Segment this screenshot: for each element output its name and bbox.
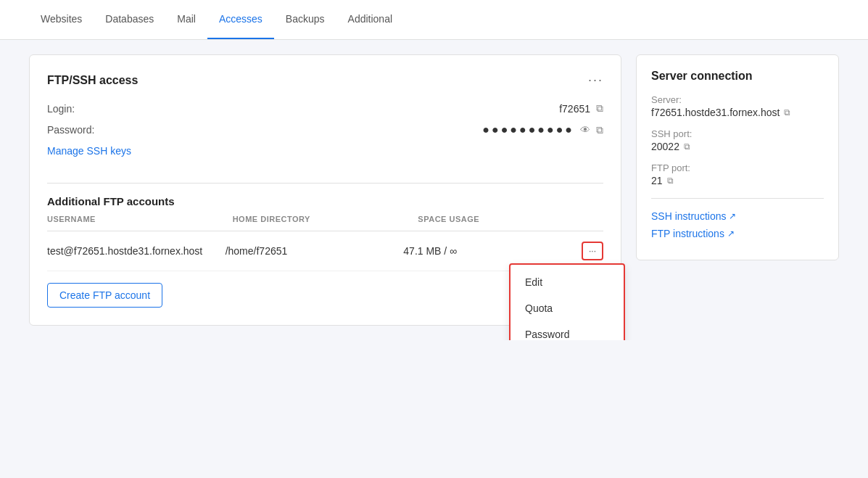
page-content: FTP/SSH access ··· Login: f72651 ⧉ Passw…: [0, 40, 868, 340]
login-value: f72651: [559, 103, 590, 115]
dropdown-edit[interactable]: Edit: [511, 269, 624, 295]
ssh-instructions-link[interactable]: SSH instructions ↗: [651, 210, 824, 222]
row-actions-container: ··· Edit Quota Password Delete: [582, 242, 603, 260]
ssh-instructions-label: SSH instructions: [651, 210, 726, 222]
ssh-port-copy-icon[interactable]: ⧉: [684, 141, 690, 152]
ftp-instructions-link[interactable]: FTP instructions ↗: [651, 228, 824, 239]
ftp-ssh-title: FTP/SSH access: [47, 74, 138, 87]
ssh-port-label: SSH port:: [651, 128, 824, 139]
login-value-container: f72651 ⧉: [559, 102, 603, 115]
manage-ssh-link[interactable]: Manage SSH keys: [47, 145, 131, 157]
ftp-port-value: 21: [651, 175, 663, 186]
side-card: Server connection Server: f72651.hostde3…: [636, 54, 839, 260]
nav-backups[interactable]: Backups: [274, 0, 336, 39]
row-space-usage: 47.1 MB / ∞: [403, 245, 574, 257]
password-row: Password: ●●●●●●●●●● 👁 ⧉: [47, 123, 603, 136]
ssh-port-value-container: 20022 ⧉: [651, 141, 824, 152]
row-actions-button[interactable]: ···: [582, 242, 603, 260]
ftp-port-field: FTP port: 21 ⧉: [651, 162, 824, 186]
nav-websites[interactable]: Websites: [29, 0, 94, 39]
nav-additional[interactable]: Additional: [336, 0, 405, 39]
top-nav: Websites Databases Mail Accesses Backups…: [0, 0, 868, 40]
nav-mail[interactable]: Mail: [165, 0, 207, 39]
table-header: USERNAME HOME DIRECTORY SPACE USAGE: [47, 207, 603, 231]
instructions-section: SSH instructions ↗ FTP instructions ↗: [651, 198, 824, 239]
ftp-port-value-container: 21 ⧉: [651, 175, 824, 186]
main-card: FTP/SSH access ··· Login: f72651 ⧉ Passw…: [29, 54, 621, 326]
additional-ftp-title: Additional FTP accounts: [47, 195, 603, 207]
ssh-external-icon: ↗: [729, 211, 736, 221]
table-row: test@f72651.hostde31.fornex.host /home/f…: [47, 231, 603, 271]
nav-accesses[interactable]: Accesses: [207, 0, 274, 39]
dropdown-quota[interactable]: Quota: [511, 295, 624, 321]
card-header: FTP/SSH access ···: [47, 73, 603, 88]
row-username: test@f72651.hostde31.fornex.host: [47, 245, 218, 257]
row-home-directory: /home/f72651: [226, 245, 397, 257]
dropdown-password[interactable]: Password: [511, 321, 624, 340]
ftp-port-copy-icon[interactable]: ⧉: [667, 176, 674, 186]
dropdown-menu: Edit Quota Password Delete: [509, 263, 625, 340]
server-value: f72651.hostde31.fornex.host: [651, 107, 780, 118]
ssh-port-field: SSH port: 20022 ⧉: [651, 128, 824, 152]
more-options-button[interactable]: ···: [588, 73, 603, 88]
login-label: Login:: [47, 103, 75, 115]
server-field: Server: f72651.hostde31.fornex.host ⧉: [651, 94, 824, 118]
col-home-directory: HOME DIRECTORY: [233, 215, 411, 223]
password-value-container: ●●●●●●●●●● 👁 ⧉: [482, 123, 603, 136]
server-connection-title: Server connection: [651, 70, 824, 83]
password-copy-icon[interactable]: ⧉: [596, 124, 603, 136]
nav-databases[interactable]: Databases: [94, 0, 165, 39]
eye-icon[interactable]: 👁: [580, 124, 590, 136]
section-divider: [47, 183, 603, 184]
password-dots: ●●●●●●●●●●: [482, 123, 574, 136]
password-label: Password:: [47, 124, 94, 136]
col-username: USERNAME: [47, 215, 226, 223]
login-copy-icon[interactable]: ⧉: [596, 102, 603, 115]
server-value-container: f72651.hostde31.fornex.host ⧉: [651, 107, 824, 118]
server-copy-icon[interactable]: ⧉: [784, 107, 790, 118]
ftp-external-icon: ↗: [727, 228, 735, 239]
col-space-usage: SPACE USAGE: [418, 215, 596, 223]
create-ftp-button[interactable]: Create FTP account: [47, 283, 162, 308]
ssh-port-value: 20022: [651, 141, 679, 152]
ftp-port-label: FTP port:: [651, 162, 824, 173]
login-row: Login: f72651 ⧉: [47, 102, 603, 115]
ftp-instructions-label: FTP instructions: [651, 228, 724, 239]
server-label: Server:: [651, 94, 824, 105]
